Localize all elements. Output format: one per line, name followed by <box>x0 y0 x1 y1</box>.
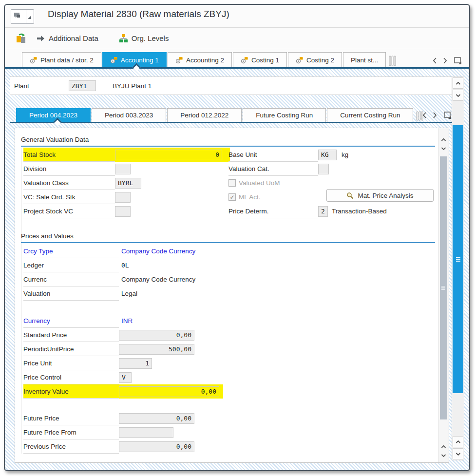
tab-period-012-2022[interactable]: Period 012.2022 <box>167 108 242 122</box>
currenc-value: Company Code Currency <box>121 276 195 283</box>
vc-sale-ord-stk-label: VC: Sale Ord. Stk <box>23 190 115 204</box>
valuated-uom-label: Valuated UoM <box>239 176 280 190</box>
page-title: Display Material 2830 (Raw materials ZBY… <box>48 9 229 19</box>
total-stock-field[interactable]: 0 <box>115 150 222 160</box>
price-control-field[interactable]: V <box>119 372 132 383</box>
standard-price-field[interactable]: 0,00 <box>119 330 194 341</box>
price-unit-label: Price Unit <box>23 356 119 370</box>
tab-plant-st[interactable]: Plant st... <box>343 52 386 67</box>
outer-scrollbar[interactable] <box>452 76 464 460</box>
tabs-scroll-left-icon[interactable] <box>432 57 437 64</box>
currency-row: Currency INR <box>23 314 223 328</box>
assign-button[interactable] <box>11 31 31 46</box>
scroll-down-icon[interactable] <box>453 448 463 459</box>
group-title: General Valuation Data <box>21 136 435 146</box>
price-determ-field[interactable]: 2 <box>318 206 328 217</box>
price-unit-field[interactable]: 1 <box>119 358 152 369</box>
valuation-class-field[interactable]: BYRL <box>115 178 141 189</box>
project-stock-vc-field[interactable] <box>115 206 131 217</box>
scroll-down-icon[interactable] <box>438 454 449 457</box>
price-control-label: Price Control <box>23 370 119 384</box>
previous-price-label: Previous Price <box>23 439 119 454</box>
project-stock-vc-label: Project Stock VC <box>23 204 115 218</box>
tabs-scroll-right-icon[interactable] <box>443 57 448 64</box>
valuation-cat-row: Valuation Cat. <box>228 162 436 176</box>
scroll-up-icon[interactable] <box>438 445 449 449</box>
scroll-up-icon[interactable] <box>453 436 463 447</box>
dropdown-corner-icon <box>26 10 33 23</box>
additional-data-button[interactable]: Additional Data <box>31 31 103 46</box>
inventory-value-label: Inventory Value <box>23 384 119 399</box>
group-title-rule <box>21 242 435 243</box>
scrollbar-thumb[interactable] <box>440 156 447 419</box>
prices-values-group: Prices and Values Crcy Type Company Code… <box>21 232 435 454</box>
material-tab-icon <box>241 57 248 64</box>
tab-plant-data-stor-2[interactable]: Plant data / stor. 2 <box>22 52 101 67</box>
tabstrip-underline <box>10 122 452 123</box>
titlebar: Display Material 2830 (Raw materials ZBY… <box>5 5 469 28</box>
ml-act-checkbox: ✓ <box>228 193 236 201</box>
periodic-unit-price-row: PeriodicUnitPrice 500,00 <box>23 342 223 356</box>
services-menu-icon[interactable] <box>11 9 34 24</box>
general-valuation-right: Base Unit KG kg Valuation Cat. Valuated … <box>228 148 436 218</box>
valuation-row: Valuation Legal <box>23 286 223 301</box>
tabs-scroll-right-icon[interactable] <box>433 112 437 119</box>
spacer <box>23 301 435 314</box>
tab-future-costing-run[interactable]: Future Costing Run <box>243 108 326 122</box>
scroll-down-icon[interactable] <box>453 90 463 101</box>
scrollbar-thumb[interactable] <box>453 125 463 393</box>
tab-costing-2[interactable]: Costing 2 <box>288 52 342 67</box>
scroll-up-icon[interactable] <box>438 138 449 142</box>
group-title-rule <box>21 146 435 147</box>
tab-accounting-2[interactable]: Accounting 2 <box>168 52 232 67</box>
periodic-unit-price-field[interactable]: 500,00 <box>119 344 194 355</box>
price-determ-row: Price Determ. 2 Transaction-Based <box>228 204 436 218</box>
base-unit-label: Base Unit <box>228 148 318 162</box>
tab-period-004-2023[interactable]: Period 004.2023 <box>16 108 91 122</box>
plant-description: BYJU Plant 1 <box>113 82 152 90</box>
material-tab-icon <box>110 57 117 64</box>
scrollbar-track[interactable] <box>452 101 464 436</box>
price-control-row: Price Control V <box>23 370 223 384</box>
ledger-label: Ledger <box>23 258 119 272</box>
group-title: Prices and Values <box>21 232 435 242</box>
period-tabstrip: Period 004.2023 Period 003.2023 Period 0… <box>10 107 452 123</box>
base-unit-row: Base Unit KG kg <box>228 148 436 162</box>
detach-tab-icon[interactable] <box>454 56 462 65</box>
price-unit-row: Price Unit 1 <box>23 356 223 370</box>
scroll-up-icon[interactable] <box>453 77 463 89</box>
vc-sale-ord-stk-field[interactable] <box>115 192 131 203</box>
total-stock-row: Total Stock 0 <box>23 148 230 162</box>
spacer <box>23 399 435 411</box>
future-price-from-row: Future Price From <box>23 425 223 439</box>
sap-window: Display Material 2830 (Raw materials ZBY… <box>4 4 470 471</box>
valuation-label: Valuation <box>23 286 119 301</box>
org-levels-label: Org. Levels <box>132 34 169 42</box>
future-price-field[interactable]: 0,00 <box>119 413 194 424</box>
future-price-from-field[interactable] <box>119 427 173 438</box>
plant-header: Plant ZBY1 BYJU Plant 1 <box>10 76 454 95</box>
valuation-value: Legal <box>121 290 137 297</box>
tab-period-003-2023[interactable]: Period 003.2023 <box>92 108 166 122</box>
ml-act-row: ✓ ML Act. Mat. Price Analysis <box>228 190 436 204</box>
valuation-cat-field[interactable] <box>318 164 329 174</box>
mat-price-analysis-button[interactable]: Mat. Price Analysis <box>326 189 434 202</box>
tab-current-costing-run[interactable]: Current Costing Run <box>327 108 413 122</box>
org-levels-button[interactable]: Org. Levels <box>114 31 174 46</box>
ml-act-label: ML Act. <box>239 190 261 204</box>
price-determ-label: Price Determ. <box>228 204 318 218</box>
assign-copy-icon <box>16 33 26 44</box>
inner-scrollbar[interactable] <box>438 128 449 462</box>
division-field[interactable] <box>115 164 131 174</box>
standard-price-label: Standard Price <box>23 328 119 342</box>
tabs-scroll-left-icon[interactable] <box>422 112 427 119</box>
crcy-type-row: Crcy Type Company Code Currency <box>23 244 223 258</box>
plant-field[interactable]: ZBY1 <box>69 80 96 91</box>
scroll-down-icon[interactable] <box>438 147 449 151</box>
base-unit-field[interactable]: KG <box>318 150 337 160</box>
tab-costing-1[interactable]: Costing 1 <box>233 52 287 67</box>
inventory-value-field[interactable]: 0,00 <box>119 386 219 397</box>
previous-price-field[interactable]: 0,00 <box>119 441 194 452</box>
currency-value: INR <box>121 317 133 324</box>
detach-tab-icon[interactable] <box>443 111 452 119</box>
